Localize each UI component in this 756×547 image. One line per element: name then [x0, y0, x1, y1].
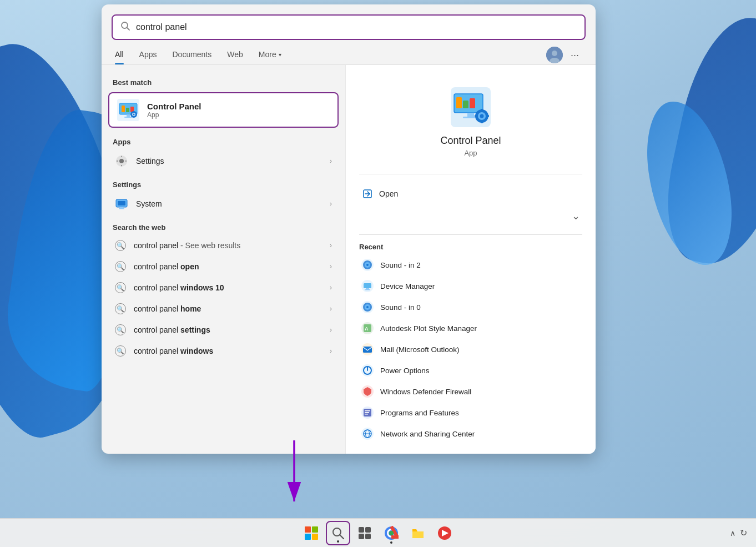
svg-rect-67: [365, 534, 371, 539]
system-arrow-icon: ›: [330, 200, 332, 208]
search-results-right: Control Panel App Open ⌄ Recent: [346, 65, 596, 454]
web-search-icon-3: 🔍: [115, 303, 126, 314]
list-item-settings[interactable]: Settings ›: [104, 149, 343, 173]
web-item-5-text: control panel windows: [134, 347, 322, 355]
sound-in0-icon: [361, 301, 374, 313]
start-button[interactable]: [299, 521, 324, 545]
search-box[interactable]: control panel: [112, 14, 586, 40]
chrome-active-dot: [390, 541, 392, 544]
firewall-icon: [361, 385, 374, 398]
programs-icon: [361, 407, 374, 419]
device-manager-icon: [361, 280, 374, 292]
web-search-icon-4: 🔍: [115, 324, 126, 335]
best-match-label: Best match: [102, 74, 345, 90]
open-label: Open: [379, 189, 398, 198]
web-item-3-text: control panel home: [134, 304, 322, 313]
tabs-right-actions: ···: [546, 47, 582, 63]
recent-item-1-text: Device Manager: [380, 282, 435, 290]
svg-rect-65: [365, 527, 371, 533]
web-item-3[interactable]: 🔍 control panel home ›: [104, 298, 343, 319]
search-panel: control panel All Apps Documents Web Mor…: [102, 4, 596, 454]
web-search-icon-5: 🔍: [115, 345, 126, 357]
network-icon: [361, 428, 374, 440]
recent-item-4-text: Mail (Microsoft Outlook): [380, 345, 460, 354]
tab-apps[interactable]: Apps: [139, 46, 157, 64]
recent-item-2[interactable]: Sound - in 0: [359, 297, 582, 318]
more-options-button[interactable]: ···: [567, 47, 582, 63]
svg-rect-44: [366, 288, 369, 289]
svg-rect-36: [475, 115, 477, 117]
recent-item-0-text: Sound - in 2: [380, 261, 421, 269]
web-search-icon-2: 🔍: [115, 282, 126, 293]
best-match-control-panel[interactable]: Control Panel App: [108, 92, 339, 128]
recent-item-6[interactable]: Windows Defender Firewall: [359, 381, 582, 402]
web-search-icon-0: 🔍: [115, 240, 126, 251]
recent-item-3-text: Autodesk Plot Style Manager: [380, 324, 477, 333]
web-item-5[interactable]: 🔍 control panel windows ›: [104, 340, 343, 362]
web-item-1-text: control panel open: [134, 262, 322, 271]
web-search-icon-1: 🔍: [115, 261, 126, 272]
system-tray-refresh[interactable]: ↻: [740, 528, 747, 538]
recent-label: Recent: [359, 243, 582, 251]
best-match-type: App: [147, 111, 201, 119]
recent-item-1[interactable]: Device Manager: [359, 275, 582, 297]
web-item-1[interactable]: 🔍 control panel open ›: [104, 256, 343, 277]
recent-item-5[interactable]: Power Options: [359, 360, 582, 381]
svg-rect-8: [122, 106, 125, 112]
chrome-button[interactable]: [379, 521, 404, 545]
tab-all[interactable]: All: [115, 46, 124, 64]
recent-item-7-text: Programs and Features: [380, 409, 459, 417]
recent-item-3[interactable]: A Autodesk Plot Style Manager: [359, 318, 582, 339]
svg-rect-56: [365, 412, 369, 413]
tab-web[interactable]: Web: [227, 46, 243, 64]
task-view-button[interactable]: [352, 521, 377, 545]
svg-rect-20: [118, 201, 125, 205]
svg-rect-29: [467, 113, 474, 117]
search-icon: [120, 21, 130, 33]
recent-item-4[interactable]: Mail (Microsoft Outlook): [359, 339, 582, 360]
tab-documents[interactable]: Documents: [172, 46, 211, 64]
apps-section-label: Apps: [102, 133, 345, 149]
svg-rect-35: [481, 121, 483, 123]
best-match-name: Control Panel: [147, 102, 201, 111]
sound-in2-icon: [361, 259, 374, 271]
open-action[interactable]: Open: [359, 182, 582, 205]
settings-icon: [115, 154, 128, 168]
svg-rect-26: [456, 97, 462, 108]
avatar[interactable]: [546, 47, 563, 63]
recent-item-7[interactable]: Programs and Features: [359, 402, 582, 423]
search-button[interactable]: [326, 521, 350, 545]
recent-item-6-text: Windows Defender Firewall: [380, 388, 471, 396]
svg-rect-11: [127, 114, 130, 117]
web-item-0[interactable]: 🔍 control panel - See web results ›: [104, 235, 343, 256]
taskbar-right: ∧ ↻: [730, 528, 747, 538]
web-item-4-text: control panel settings: [134, 325, 322, 334]
file-explorer-button[interactable]: [406, 521, 430, 545]
recent-item-8[interactable]: Network and Sharing Center: [359, 423, 582, 444]
svg-point-48: [366, 306, 369, 308]
svg-rect-55: [365, 410, 370, 411]
expand-button[interactable]: ⌄: [569, 208, 582, 224]
divider-1: [359, 174, 582, 174]
recent-item-0[interactable]: Sound - in 2: [359, 254, 582, 275]
open-icon: [361, 188, 374, 200]
svg-point-33: [480, 114, 484, 118]
list-item-system[interactable]: System ›: [104, 192, 343, 215]
web-item-4[interactable]: 🔍 control panel settings ›: [104, 319, 343, 340]
web-item-2-text: control panel windows 10: [134, 283, 322, 292]
web-search-label: Search the web: [102, 219, 345, 235]
app-preview-name: Control Panel: [440, 135, 501, 147]
svg-rect-64: [359, 527, 364, 533]
tab-more[interactable]: More ▾: [259, 46, 281, 64]
svg-rect-21: [120, 207, 123, 208]
deliver-button[interactable]: [432, 521, 457, 545]
system-tray-chevron[interactable]: ∧: [730, 529, 735, 538]
web-item-2[interactable]: 🔍 control panel windows 10 ›: [104, 277, 343, 298]
svg-rect-37: [486, 115, 489, 117]
file-explorer-icon: [410, 525, 426, 541]
expand-row: ⌄: [359, 205, 582, 227]
svg-rect-22: [119, 208, 124, 209]
windows-logo-icon: [305, 526, 318, 540]
svg-rect-45: [365, 289, 370, 290]
svg-rect-34: [481, 109, 483, 112]
